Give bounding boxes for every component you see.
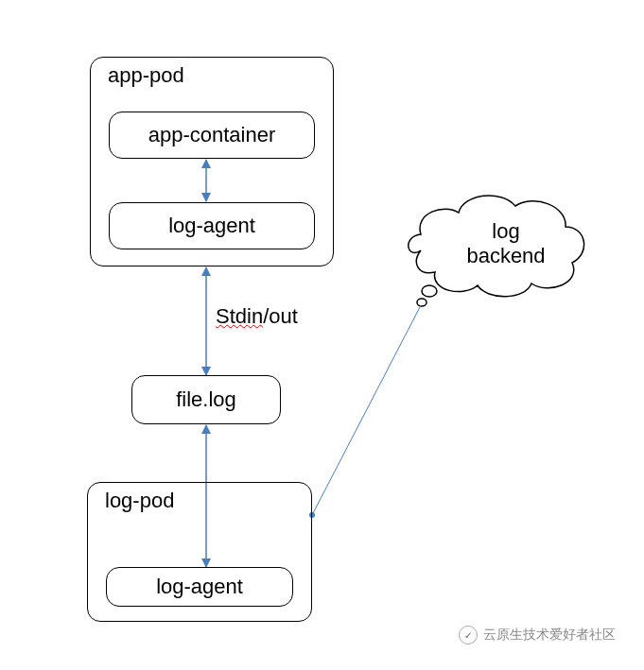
cloud-bubble-1	[422, 285, 437, 297]
watermark: ✓ 云原生技术爱好者社区	[459, 626, 616, 644]
log-backend-line2: backend	[463, 244, 548, 268]
connector-logpod-backend	[312, 305, 421, 515]
watermark-icon: ✓	[459, 626, 478, 644]
watermark-text: 云原生技术爱好者社区	[483, 627, 616, 644]
log-agent-top-box: log-agent	[109, 202, 315, 249]
stdin-out-label: Stdin/out	[216, 304, 298, 329]
log-backend-line1: log	[463, 219, 548, 244]
file-log-box: file.log	[131, 375, 281, 424]
app-pod-label: app-pod	[108, 63, 184, 88]
app-container-box: app-container	[109, 112, 315, 159]
file-log-label: file.log	[132, 376, 280, 423]
app-container-label: app-container	[110, 112, 314, 158]
out-text: /out	[263, 304, 298, 328]
log-agent-bottom-box: log-agent	[106, 567, 293, 607]
log-agent-bottom-label: log-agent	[107, 568, 292, 606]
cloud-bubble-2	[417, 299, 426, 306]
log-pod-label: log-pod	[105, 489, 174, 513]
log-agent-top-label: log-agent	[110, 203, 314, 249]
log-backend-text: log backend	[463, 219, 548, 269]
stdin-text: Stdin	[216, 304, 263, 328]
